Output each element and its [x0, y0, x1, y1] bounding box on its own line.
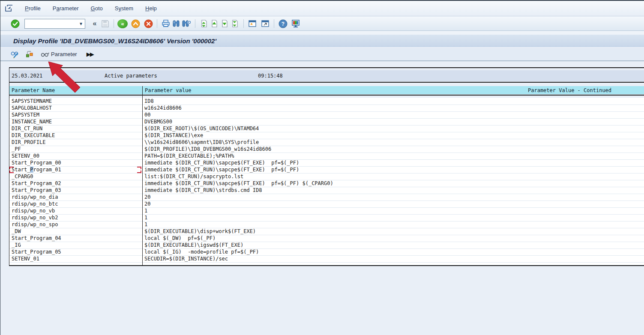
parameter-value-cell[interactable]: $(DIR_PROFILE)\ID8_DVEBMGS00_w16s24id860… — [142, 146, 644, 153]
parameter-value-cell[interactable]: 20 — [142, 201, 644, 207]
parameter-name-cell[interactable]: SETENV_00 — [9, 153, 142, 159]
page-up-icon[interactable] — [209, 18, 219, 29]
customize-layout-icon[interactable] — [291, 18, 301, 29]
parameter-value-cell[interactable]: PATH=$(DIR_EXECUTABLE);%PATH% — [142, 153, 644, 159]
parameter-name-cell[interactable]: SAPSYSTEMNAME — [9, 98, 142, 105]
command-field[interactable]: ▼ — [24, 19, 85, 29]
parameter-name-cell[interactable]: DIR_PROFILE — [9, 139, 142, 146]
menu-item-parameter[interactable]: Parameter — [47, 3, 85, 13]
table-row[interactable]: rdisp/wp_no_btc20 — [9, 201, 644, 208]
parameter-name-cell[interactable]: rdisp/wp_no_vb — [9, 208, 142, 214]
table-row[interactable]: INSTANCE_NAMEDVEBMGS00 — [9, 119, 644, 126]
parameter-name-cell[interactable]: Start_Program_01 — [9, 167, 142, 173]
check-profile-icon[interactable] — [24, 49, 35, 60]
table-row[interactable]: Start_Program_05local $(_IG) -mode=profi… — [9, 249, 644, 256]
table-row[interactable]: Start_Program_03immediate $(DIR_CT_RUN)\… — [9, 187, 644, 194]
parameter-name-cell[interactable]: DIR_EXECUTABLE — [9, 132, 142, 139]
parameter-name-cell[interactable]: SAPSYSTEM — [9, 112, 142, 118]
parameter-name-cell[interactable]: rdisp/wp_no_dia — [9, 194, 142, 200]
save-icon[interactable] — [100, 18, 110, 29]
parameter-value-cell[interactable]: $(DIR_EXE_ROOT)\$(OS_UNICODE)\NTAMD64 — [142, 126, 644, 132]
cancel-icon[interactable] — [143, 18, 153, 29]
table-row[interactable]: rdisp/wp_no_vb21 — [9, 215, 644, 221]
parameter-value-cell[interactable]: SECUDIR=$(DIR_INSTANCE)/sec — [142, 256, 644, 262]
parameter-value-cell[interactable]: 00 — [142, 112, 644, 118]
parameter-name-cell[interactable]: Start_Program_02 — [9, 180, 142, 187]
display-change-icon[interactable] — [10, 49, 20, 60]
find-icon[interactable] — [171, 18, 181, 29]
parameter-name-cell[interactable]: INSTANCE_NAME — [9, 119, 142, 125]
parameter-value-cell[interactable]: 1 — [142, 208, 644, 214]
parameter-name-cell[interactable]: Start_Program_05 — [9, 249, 142, 255]
parameter-name-cell[interactable]: rdisp/wp_no_btc — [9, 201, 142, 207]
table-row[interactable]: Start_Program_00immediate $(DIR_CT_RUN)\… — [9, 160, 644, 167]
enter-icon[interactable] — [10, 18, 20, 29]
table-row[interactable]: DIR_PROFILE\\w16s24id8606\sapmnt\ID8\SYS… — [9, 139, 644, 146]
help-icon[interactable]: ? — [278, 18, 288, 29]
parameter-name-cell[interactable]: rdisp/wp_no_spo — [9, 221, 142, 228]
parameter-name-cell[interactable]: _IG — [9, 242, 142, 248]
table-row[interactable]: rdisp/wp_no_vb1 — [9, 208, 644, 215]
parameter-name-cell[interactable]: DIR_CT_RUN — [9, 126, 142, 132]
table-row[interactable]: SAPGLOBALHOSTw16s24id8606 — [9, 105, 644, 112]
table-row[interactable]: SAPSYSTEM00 — [9, 112, 644, 119]
expand-icon[interactable]: ▶▶ — [87, 51, 93, 57]
collapse-icon[interactable]: « — [90, 18, 100, 29]
menu-item-goto[interactable]: Goto — [85, 3, 109, 13]
parameter-value-cell[interactable]: immediate $(DIR_CT_RUN)\sapcpe$(FT_EXE) … — [142, 160, 644, 166]
parameter-name-cell[interactable]: Start_Program_04 — [9, 235, 142, 242]
parameter-value-cell[interactable]: 1 — [142, 221, 644, 228]
table-row[interactable]: Start_Program_04local $(_DW) pf=$(_PF) — [9, 235, 644, 242]
new-session-icon[interactable] — [247, 18, 258, 29]
parameter-value-cell[interactable]: DVEBMGS00 — [142, 119, 644, 125]
command-input[interactable] — [25, 19, 77, 28]
table-row[interactable]: SETENV_01SECUDIR=$(DIR_INSTANCE)/sec — [9, 256, 644, 263]
parameter-name-cell[interactable]: _DW — [9, 228, 142, 235]
parameter-value-cell[interactable]: immediate $(DIR_CT_RUN)\sapcpe$(FT_EXE) … — [142, 180, 644, 187]
column-header-value[interactable]: Parameter value — [145, 87, 191, 93]
parameter-value-cell[interactable]: $(DIR_INSTANCE)\exe — [142, 132, 644, 139]
system-menu-icon[interactable] — [5, 5, 13, 12]
table-row[interactable]: rdisp/wp_no_dia20 — [9, 194, 644, 201]
menu-item-help[interactable]: Help — [139, 3, 163, 13]
create-shortcut-icon[interactable] — [260, 18, 270, 29]
column-header-value-continued[interactable]: Parameter Value - Continued — [528, 87, 611, 93]
table-row[interactable]: Start_Program_01immediate $(DIR_CT_RUN)\… — [9, 167, 644, 173]
menu-item-profile[interactable]: Profile — [19, 3, 47, 13]
parameter-value-cell[interactable]: $(DIR_EXECUTABLE)\disp+work$(FT_EXE) — [142, 228, 644, 235]
parameter-value-cell[interactable]: immediate $(DIR_CT_RUN)\sapcpe$(FT_EXE) … — [142, 167, 644, 173]
table-row[interactable]: rdisp/wp_no_spo1 — [9, 221, 644, 228]
exit-icon[interactable] — [130, 18, 141, 29]
table-row[interactable]: _DW$(DIR_EXECUTABLE)\disp+work$(FT_EXE) — [9, 228, 644, 235]
parameter-button[interactable]: Parameter — [39, 50, 79, 58]
parameter-value-cell[interactable]: ID8 — [142, 98, 644, 105]
print-icon[interactable] — [161, 18, 171, 29]
last-page-icon[interactable] — [230, 18, 240, 29]
menu-item-system[interactable]: System — [109, 3, 139, 13]
parameter-name-cell[interactable]: Start_Program_00 — [9, 160, 142, 166]
first-page-icon[interactable] — [199, 18, 209, 29]
parameter-value-cell[interactable]: w16s24id8606 — [142, 105, 644, 111]
parameter-name-cell[interactable]: _CPARG0 — [9, 173, 142, 180]
find-next-icon[interactable] — [181, 18, 192, 29]
parameter-name-cell[interactable]: SETENV_01 — [9, 256, 142, 262]
table-row[interactable]: _CPARG0list:$(DIR_CT_RUN)/sapcrypto.lst — [9, 173, 644, 180]
parameter-value-cell[interactable]: immediate $(DIR_CT_RUN)\strdbs.cmd ID8 — [142, 187, 644, 194]
parameter-name-cell[interactable]: Start_Program_03 — [9, 187, 142, 194]
parameter-name-cell[interactable]: SAPGLOBALHOST — [9, 105, 142, 111]
parameter-name-cell[interactable]: rdisp/wp_no_vb2 — [9, 215, 142, 221]
table-row[interactable]: Start_Program_02immediate $(DIR_CT_RUN)\… — [9, 180, 644, 187]
parameter-value-cell[interactable]: $(DIR_EXECUTABLE)\igswd$(FT_EXE) — [142, 242, 644, 248]
parameter-value-cell[interactable]: \\w16s24id8606\sapmnt\ID8\SYS\profile — [142, 139, 644, 146]
table-row[interactable]: DIR_CT_RUN$(DIR_EXE_ROOT)\$(OS_UNICODE)\… — [9, 126, 644, 132]
table-row[interactable]: SETENV_00PATH=$(DIR_EXECUTABLE);%PATH% — [9, 153, 644, 160]
back-icon[interactable]: « — [117, 19, 128, 28]
table-row[interactable]: _PF$(DIR_PROFILE)\ID8_DVEBMGS00_w16s24id… — [9, 146, 644, 153]
parameter-value-cell[interactable]: list:$(DIR_CT_RUN)/sapcrypto.lst — [142, 173, 644, 180]
command-dropdown-icon[interactable]: ▼ — [77, 19, 85, 28]
page-down-icon[interactable] — [219, 18, 230, 29]
table-row[interactable]: _IG$(DIR_EXECUTABLE)\igswd$(FT_EXE) — [9, 242, 644, 249]
column-header-name[interactable]: Parameter Name — [12, 87, 55, 93]
table-row[interactable]: SAPSYSTEMNAMEID8 — [9, 98, 644, 105]
parameter-name-cell[interactable]: _PF — [9, 146, 142, 153]
